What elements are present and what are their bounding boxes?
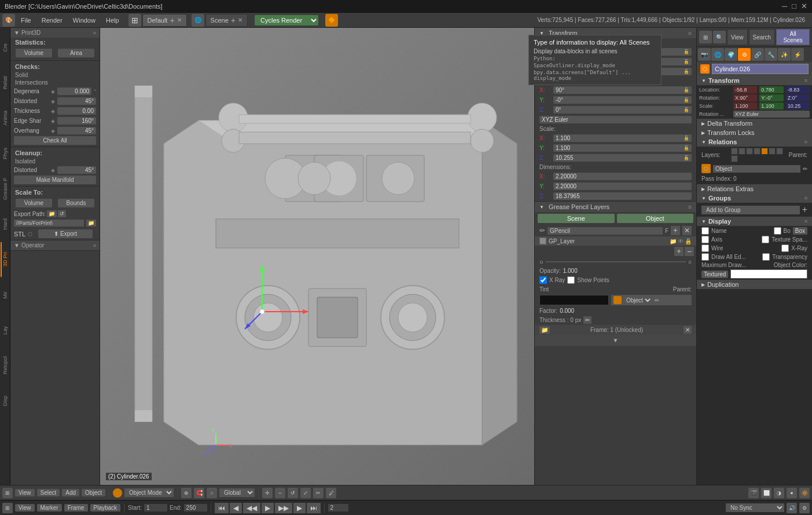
- layer-folder-icon[interactable]: 📁: [670, 238, 677, 244]
- tool-icon-3[interactable]: ↺: [288, 488, 298, 498]
- render-engine-select[interactable]: Cycles Render Blender Render: [255, 15, 318, 25]
- layer-sq-1[interactable]: [731, 148, 738, 155]
- export-browse-button[interactable]: 📁: [47, 210, 57, 217]
- make-manifold-button[interactable]: Make Manifold: [14, 176, 96, 184]
- frame-folder-button[interactable]: 📁: [539, 326, 550, 334]
- add-scene-button[interactable]: +: [231, 16, 236, 25]
- layer-sq-6[interactable]: [769, 148, 776, 155]
- tab-animation[interactable]: Anima: [1, 101, 10, 136]
- scene-props-icon[interactable]: 🌐: [711, 48, 724, 61]
- relations-header[interactable]: ▼ Relations ≡: [697, 137, 812, 147]
- dim-y-value[interactable]: 2.20000: [553, 182, 692, 190]
- drawedge-checkbox[interactable]: [701, 253, 709, 261]
- render-preview-icon[interactable]: 🎬: [748, 488, 759, 498]
- play-button[interactable]: ▶: [262, 503, 274, 513]
- xyz-euler-value[interactable]: XYZ Euler: [539, 116, 692, 123]
- search-icon[interactable]: 🔍: [713, 31, 726, 43]
- playback-button[interactable]: Playback: [90, 504, 121, 512]
- play-reverse-button[interactable]: ◀◀: [243, 503, 260, 513]
- 3d-viewport[interactable]: User Ortho: [100, 28, 534, 485]
- tool-icon-5[interactable]: ✂: [313, 488, 324, 498]
- area-button[interactable]: Area: [58, 49, 94, 57]
- rot-x-val[interactable]: X:90°: [733, 94, 757, 101]
- render-menu[interactable]: Render: [37, 16, 67, 25]
- tab-relations[interactable]: Relati: [1, 65, 10, 100]
- rot-type-val[interactable]: XYZ Euler: [733, 111, 810, 118]
- tab-mirror[interactable]: Mir: [1, 277, 10, 312]
- layout-icon[interactable]: ⊞: [128, 14, 141, 27]
- maximize-button[interactable]: □: [792, 2, 796, 10]
- scale-x-lock[interactable]: 🔓: [684, 136, 689, 141]
- axis-checkbox[interactable]: [701, 236, 709, 243]
- tab-layers[interactable]: Lay: [1, 313, 10, 348]
- layer-sq-4[interactable]: [754, 148, 760, 155]
- delta-transform-header[interactable]: ▶ Delta Transform: [697, 119, 812, 128]
- file-menu[interactable]: File: [16, 16, 36, 25]
- layer-sq-8[interactable]: [731, 155, 738, 162]
- scale-z-value[interactable]: 10.255 🔓: [553, 154, 692, 162]
- go-end-button[interactable]: ⏭: [307, 503, 321, 513]
- tab-3dprint[interactable]: 3D Pri: [1, 242, 10, 277]
- close-workspace-button[interactable]: ✕: [177, 17, 182, 23]
- export-button[interactable]: ⬆ Export: [38, 229, 93, 238]
- parent-edit-btn[interactable]: ✏: [803, 166, 807, 172]
- box-select[interactable]: Box: [793, 227, 807, 235]
- tint-color-swatch[interactable]: [539, 295, 609, 305]
- scale-y-value[interactable]: 1.100 🔓: [553, 144, 692, 152]
- transform-sub-options[interactable]: ≡: [804, 78, 807, 83]
- shading-icon-1[interactable]: ⬜: [761, 488, 771, 498]
- gp-add-button[interactable]: +: [671, 226, 680, 235]
- physics-icon[interactable]: ⚡: [791, 48, 804, 61]
- gp-name-input[interactable]: [548, 227, 663, 235]
- bounds-button[interactable]: Bounds: [58, 199, 94, 207]
- gp-remove-button[interactable]: ✕: [682, 226, 692, 235]
- volume-button[interactable]: Volume: [16, 49, 52, 57]
- select-bottom-button[interactable]: Select: [37, 489, 60, 496]
- transform-locks-header[interactable]: ▶ Transform Locks: [697, 128, 812, 137]
- scale-z-lock[interactable]: 🔓: [684, 155, 689, 160]
- view-timeline-button[interactable]: View: [15, 504, 35, 512]
- rotation-y-value[interactable]: -0° 🔓: [553, 96, 692, 104]
- next-frame-button[interactable]: ▶: [293, 503, 306, 513]
- render-props-icon[interactable]: 📷: [698, 48, 711, 61]
- transparency-checkbox[interactable]: [762, 253, 770, 261]
- groups-header[interactable]: ▼ Groups ≡: [697, 193, 812, 203]
- gp-options-icon[interactable]: ≡: [688, 204, 692, 210]
- layer-lock-icon[interactable]: 🔒: [685, 238, 692, 244]
- go-start-button[interactable]: ⏮: [215, 503, 229, 513]
- location-x-lock[interactable]: 🔓: [684, 49, 689, 54]
- panel-options-icon[interactable]: ≡: [93, 30, 96, 36]
- gp-layer-minus-button[interactable]: −: [685, 247, 694, 256]
- shading-icon-3[interactable]: ●: [787, 488, 797, 498]
- end-frame-input[interactable]: [184, 504, 207, 512]
- view-icon[interactable]: ⊞: [699, 31, 712, 43]
- object-name-input[interactable]: [712, 64, 809, 74]
- rotation-y-lock[interactable]: 🔓: [684, 97, 689, 103]
- location-y-lock[interactable]: 🔓: [684, 59, 689, 64]
- textured-select[interactable]: Textured: [701, 271, 728, 278]
- frame-button[interactable]: Frame: [64, 504, 88, 512]
- start-frame-input[interactable]: [144, 504, 167, 512]
- rotation-z-value[interactable]: 0° 🔓: [553, 106, 692, 114]
- add-workspace-button[interactable]: +: [170, 16, 174, 25]
- location-z-lock[interactable]: 🔓: [684, 69, 689, 74]
- transform-sub-header[interactable]: ▼ Transform ≡: [697, 76, 812, 85]
- tool-icon-6[interactable]: 🖊: [326, 488, 336, 498]
- loc-z-val[interactable]: -8.83: [786, 86, 810, 93]
- proportional-icon[interactable]: ○: [207, 488, 217, 498]
- volume-scale-button[interactable]: Volume: [16, 199, 52, 207]
- sc-x-val[interactable]: 1.100: [733, 103, 757, 109]
- loc-y-val[interactable]: 0.780: [759, 86, 783, 93]
- mode-select[interactable]: Object Mode Edit Mode Sculpt Mode: [124, 488, 174, 497]
- timeline-mode-icon[interactable]: ⊞: [2, 503, 13, 513]
- prev-frame-button[interactable]: ◀: [230, 503, 242, 513]
- play-forward-button[interactable]: ▶▶: [275, 503, 292, 513]
- layer-eye-icon[interactable]: 👁: [678, 238, 684, 244]
- window-menu[interactable]: Window: [68, 16, 100, 25]
- texture-spa-checkbox[interactable]: [762, 236, 769, 243]
- tool-icon-4[interactable]: ⤢: [300, 488, 311, 498]
- tool-icon-1[interactable]: ✛: [262, 488, 273, 498]
- gp-panel-header[interactable]: ▼ Grease Pencil Layers ≡: [535, 202, 696, 212]
- sc-y-val[interactable]: 1.100: [759, 103, 783, 109]
- help-menu[interactable]: Help: [101, 16, 124, 25]
